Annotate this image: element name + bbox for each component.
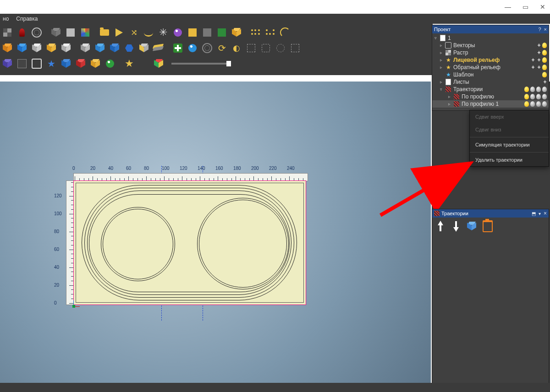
tb-tri-icon[interactable] [138,57,150,70]
tb-cube7-icon[interactable] [94,42,106,54]
tree-tail-plus-icon[interactable]: + [530,65,536,70]
tree-item[interactable]: ▹Листы+ [432,78,549,86]
tb-cube4-icon[interactable] [45,42,58,54]
tree-tail-plus-icon[interactable]: + [536,43,542,48]
tb-sel2-icon[interactable] [259,42,272,54]
tb-dots-2-icon[interactable] [264,26,277,39]
tree-tail-gray-icon[interactable] [542,101,548,107]
ctx-delete[interactable]: Удалить траектории [470,153,549,166]
tb-layer-gold-icon[interactable] [89,57,102,70]
tree-tail-bulb-icon[interactable] [542,43,548,48]
move-down-button[interactable] [451,221,461,232]
tb-view3-icon[interactable] [30,57,43,70]
pin-icon[interactable]: ⬒ [532,211,536,216]
tree-tail-gray-icon[interactable] [542,94,548,99]
tree-tail-plus-icon[interactable]: + [536,65,542,70]
tb-star-blue-icon[interactable]: ★ [45,57,58,70]
tree-item[interactable]: ▹По профилю 1 [432,100,549,108]
close-icon[interactable]: × [544,210,547,217]
tree-tail-plus-icon[interactable]: + [536,50,542,55]
tb-lights-icon[interactable] [30,26,43,39]
tb-star-gold-icon[interactable]: ★ [123,57,136,70]
tb-play-icon[interactable] [113,26,126,39]
tb-stack-icon[interactable] [152,42,165,54]
tree-item[interactable]: ▹Векторы+ [432,42,549,49]
tb-layer-blue-icon[interactable] [60,57,72,70]
tree-tail-gray-icon[interactable] [536,87,542,92]
tb-target-icon[interactable] [201,42,214,54]
tb-lamp-icon[interactable] [16,26,28,39]
tree-tail-bulb-icon[interactable] [542,50,548,55]
tree-tail-plus-icon[interactable]: + [536,57,542,63]
tb-cube-multi-icon[interactable] [152,57,165,70]
tree-item[interactable]: ▿Траектории [432,86,549,93]
move-up-button[interactable] [436,221,445,232]
tb-cube10-icon[interactable] [138,42,150,54]
tb-dots-1-icon[interactable] [249,26,262,39]
tb-cube6-icon[interactable] [79,42,92,54]
win-minimize-icon[interactable]: — [503,3,512,11]
tb-disc-purple-icon[interactable] [171,26,184,39]
tree-tail-bulb-icon[interactable] [524,101,530,107]
tb-hex-icon[interactable] [123,42,136,54]
menu-item-help[interactable]: Справка [16,16,38,22]
tb-cut-icon[interactable]: ◐ [230,42,243,54]
tb-cube1-icon[interactable] [1,42,14,54]
ctx-simulate[interactable]: Симуляция траектории [470,138,549,151]
tree-item[interactable]: ▹★Лицевой рельеф++ [432,56,549,64]
tree-tail-gray-icon[interactable] [530,101,536,107]
tb-tile-green-icon[interactable] [215,26,228,39]
tb-flip-icon[interactable]: ⟳ [215,42,228,54]
tb-maze-icon[interactable] [201,26,214,39]
tb-color-icon[interactable] [79,26,92,39]
trajectories-panel-header[interactable]: Траектории ⬒ ▾ × [432,209,549,218]
tb-disc-green-icon[interactable] [104,57,116,70]
tree-tail-plus-icon[interactable]: + [530,57,536,63]
tree-item[interactable]: ★Шаблон [432,71,549,78]
tb-cube5-icon[interactable] [60,42,72,54]
tb-add-icon[interactable] [171,42,184,54]
win-maximize-icon[interactable]: ▭ [521,3,530,11]
tree-tail-gray-icon[interactable] [536,94,542,99]
zoom-slider[interactable] [171,63,231,65]
menu-item[interactable]: но [3,16,9,22]
trash-icon[interactable] [483,220,493,232]
tb-layer-red-icon[interactable] [74,57,87,70]
tree-tail-gray-icon[interactable] [530,94,536,99]
tree-tail-gray-icon[interactable] [542,87,548,92]
tb-diamond-icon[interactable] [230,26,243,39]
tb-cube3-icon[interactable] [30,42,43,54]
tb-view1-icon[interactable] [1,57,14,70]
tb-brush-icon[interactable] [50,26,62,39]
collapse-icon[interactable]: ▾ [539,211,541,216]
tb-sel1-icon[interactable] [245,42,258,54]
simulate-icon[interactable] [467,222,476,231]
tree-tail-plus-icon[interactable]: + [542,79,548,85]
tree-item[interactable]: ▹Растр+ [432,49,549,56]
tb-cube2-icon[interactable] [16,42,28,54]
tb-view2-icon[interactable] [16,57,28,70]
tb-square-icon[interactable] [64,26,77,39]
project-panel-header[interactable]: Проект ?× [432,25,549,33]
tree-tail-gray-icon[interactable] [536,101,542,107]
tb-burst-icon[interactable]: ✳ [157,26,170,39]
tb-arc-icon[interactable] [142,26,155,39]
tb-sparkle-icon[interactable]: ⤨ [127,26,140,39]
tree-tail-bulb-icon[interactable] [524,87,530,92]
tree-item[interactable]: ▹★Обратный рельеф++ [432,64,549,71]
tree-item[interactable]: ▹По профилю [432,93,549,100]
tree-root[interactable]: ▿1 [432,34,549,42]
tree-tail-gray-icon[interactable] [530,87,536,92]
tb-tile-icon[interactable] [186,26,199,39]
tree-tail-bulb-icon[interactable] [542,65,548,70]
win-close-icon[interactable]: ✕ [538,3,547,11]
tree-tail-bulb-icon[interactable] [524,94,530,99]
close-icon[interactable]: × [544,27,547,32]
tb-disc-blue-icon[interactable] [186,42,199,54]
tb-sel4-icon[interactable] [289,42,302,54]
tree-tail-bulb-icon[interactable] [542,72,548,77]
tb-sel3-icon[interactable] [274,42,287,54]
tb-dots-3-icon[interactable] [279,26,292,39]
tb-folder-icon[interactable] [98,26,111,39]
help-icon[interactable]: ? [538,27,541,32]
